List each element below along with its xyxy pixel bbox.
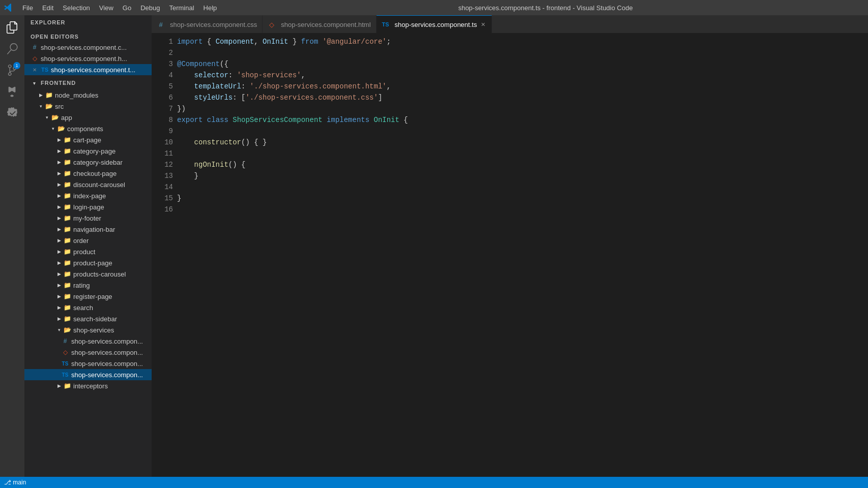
open-editor-css[interactable]: # shop-services.component.c... xyxy=(24,42,152,53)
folder-category-sidebar[interactable]: ▶ 📁 category-sidebar xyxy=(24,157,152,168)
window-title: shop-services.component.ts - frontend - … xyxy=(227,4,864,12)
folder-node-modules[interactable]: ▶ 📁 node_modules xyxy=(24,89,152,101)
folder-icon: 📁 xyxy=(63,158,71,166)
folder-open-icon: 📂 xyxy=(51,113,59,121)
frontend-header[interactable]: ▾ FRONTEND xyxy=(24,75,152,89)
frontend-arrow[interactable]: ▾ xyxy=(31,79,39,87)
file-shop-services-html[interactable]: ◇ shop-services.compon... xyxy=(24,347,152,358)
extensions-activity-icon[interactable] xyxy=(2,103,22,123)
source-control-badge: 1 xyxy=(13,62,20,69)
title-bar: File Edit Selection View Go Debug Termin… xyxy=(0,0,868,15)
folder-icon: 📁 xyxy=(63,292,71,300)
menu-terminal[interactable]: Terminal xyxy=(165,3,198,13)
folder-icon: 📁 xyxy=(63,214,71,222)
ts-file-icon: TS xyxy=(41,66,49,74)
folder-icon: 📁 xyxy=(63,248,71,256)
menu-edit[interactable]: Edit xyxy=(38,3,57,13)
editor-area: # shop-services.component.css ◇ shop-ser… xyxy=(152,15,868,477)
folder-navigation-bar[interactable]: ▶ 📁 navigation-bar xyxy=(24,224,152,235)
folder-icon: 📁 xyxy=(63,225,71,233)
explorer-activity-icon[interactable] xyxy=(2,17,22,38)
folder-category-page[interactable]: ▶ 📁 category-page xyxy=(24,145,152,157)
folder-search[interactable]: ▶ 📁 search xyxy=(24,302,152,313)
folder-order[interactable]: ▶ 📁 order xyxy=(24,235,152,246)
folder-open-icon: 📂 xyxy=(63,326,71,334)
folder-shop-services[interactable]: ▾ 📂 shop-services xyxy=(24,324,152,336)
folder-app[interactable]: ▾ 📂 app xyxy=(24,112,152,123)
file-shop-services-css[interactable]: # shop-services.compon... xyxy=(24,336,152,347)
menu-view[interactable]: View xyxy=(95,3,118,13)
folder-icon: 📁 xyxy=(63,281,71,289)
debug-activity-icon[interactable] xyxy=(2,81,22,102)
folder-open-icon: 📂 xyxy=(57,125,65,133)
folder-icon: 📁 xyxy=(63,270,71,278)
folder-search-sidebar[interactable]: ▶ 📁 search-sidebar xyxy=(24,313,152,324)
folder-register-page[interactable]: ▶ 📁 register-page xyxy=(24,291,152,302)
editor-content[interactable]: 1 2 3 4 5 6 7 8 9 10 11 12 13 14 15 16 i… xyxy=(152,33,868,477)
menu-file[interactable]: File xyxy=(18,3,37,13)
menu-debug[interactable]: Debug xyxy=(136,3,164,13)
ts-icon: TS xyxy=(61,359,69,368)
menu-selection[interactable]: Selection xyxy=(59,3,94,13)
folder-rating[interactable]: ▶ 📁 rating xyxy=(24,280,152,291)
folder-interceptors[interactable]: ▶ 📁 interceptors xyxy=(24,380,152,391)
open-editor-ts[interactable]: ✕ TS shop-services.component.t... xyxy=(24,64,152,75)
vscode-logo xyxy=(4,4,12,12)
search-activity-icon[interactable] xyxy=(2,39,22,59)
open-editors-header[interactable]: OPEN EDITORS xyxy=(24,29,152,42)
app-arrow[interactable]: ▾ xyxy=(43,113,51,121)
tab-html[interactable]: ◇ shop-services.component.html xyxy=(263,15,376,33)
code-editor[interactable]: import { Component, OnInit } from '@angu… xyxy=(177,33,868,477)
folder-products-carousel[interactable]: ▶ 📁 products-carousel xyxy=(24,268,152,280)
folder-index-page[interactable]: ▶ 📁 index-page xyxy=(24,190,152,201)
html-file-icon: ◇ xyxy=(31,54,39,63)
tab-ts-label: shop-services.component.ts xyxy=(395,21,477,28)
folder-discount-carousel[interactable]: ▶ 📁 discount-carousel xyxy=(24,179,152,190)
file-shop-services-ts-active[interactable]: TS shop-services.compon... xyxy=(24,369,152,380)
folder-icon: 📁 xyxy=(63,169,71,177)
status-branch: ⎇ main xyxy=(4,479,26,486)
menu-help[interactable]: Help xyxy=(199,3,221,13)
explorer-header: EXPLORER xyxy=(24,15,152,29)
tab-css-label: shop-services.component.css xyxy=(170,21,257,28)
src-arrow[interactable]: ▾ xyxy=(37,102,45,110)
css-icon: # xyxy=(61,337,69,345)
folder-icon: 📁 xyxy=(63,136,71,144)
folder-login-page[interactable]: ▶ 📁 login-page xyxy=(24,201,152,212)
folder-icon: 📁 xyxy=(63,147,71,155)
source-control-activity-icon[interactable]: 1 xyxy=(2,60,22,80)
menu-bar[interactable]: File Edit Selection View Go Debug Termin… xyxy=(18,3,221,13)
folder-my-footer[interactable]: ▶ 📁 my-footer xyxy=(24,212,152,224)
folder-product[interactable]: ▶ 📁 product xyxy=(24,246,152,257)
folder-icon: 📁 xyxy=(63,192,71,200)
menu-go[interactable]: Go xyxy=(119,3,135,13)
folder-src[interactable]: ▾ 📂 src xyxy=(24,101,152,112)
folder-icon: 📁 xyxy=(63,303,71,312)
html-icon: ◇ xyxy=(61,348,69,356)
tab-close-button[interactable]: ✕ xyxy=(480,21,486,28)
folder-icon: 📁 xyxy=(63,180,71,189)
node-modules-arrow[interactable]: ▶ xyxy=(37,91,45,99)
tab-ts-icon: TS xyxy=(382,20,390,28)
tabs-bar: # shop-services.component.css ◇ shop-ser… xyxy=(152,15,868,33)
folder-checkout-page[interactable]: ▶ 📁 checkout-page xyxy=(24,168,152,179)
components-arrow[interactable]: ▾ xyxy=(49,125,57,133)
activity-bar: 1 xyxy=(0,15,24,477)
folder-components[interactable]: ▾ 📂 components xyxy=(24,123,152,134)
tab-ts[interactable]: TS shop-services.component.ts ✕ xyxy=(377,15,493,33)
folder-cart-page[interactable]: ▶ 📁 cart-page xyxy=(24,134,152,145)
open-editor-ts-label: shop-services.component.t... xyxy=(51,66,135,74)
folder-open-icon: 📂 xyxy=(45,102,53,110)
file-shop-services-ts-spec[interactable]: TS shop-services.compon... xyxy=(24,358,152,369)
folder-product-page[interactable]: ▶ 📁 product-page xyxy=(24,257,152,268)
sidebar: EXPLORER OPEN EDITORS # shop-services.co… xyxy=(24,15,152,477)
status-bar: ⎇ main xyxy=(0,477,868,488)
close-icon[interactable]: ✕ xyxy=(31,66,39,74)
folder-icon: 📁 xyxy=(63,382,71,390)
open-editor-html-label: shop-services.component.h... xyxy=(41,55,127,63)
open-editor-html[interactable]: ◇ shop-services.component.h... xyxy=(24,53,152,64)
tab-html-label: shop-services.component.html xyxy=(281,21,370,28)
tab-css[interactable]: # shop-services.component.css xyxy=(152,15,263,33)
folder-icon: 📁 xyxy=(63,315,71,323)
open-editor-css-label: shop-services.component.c... xyxy=(41,44,127,51)
